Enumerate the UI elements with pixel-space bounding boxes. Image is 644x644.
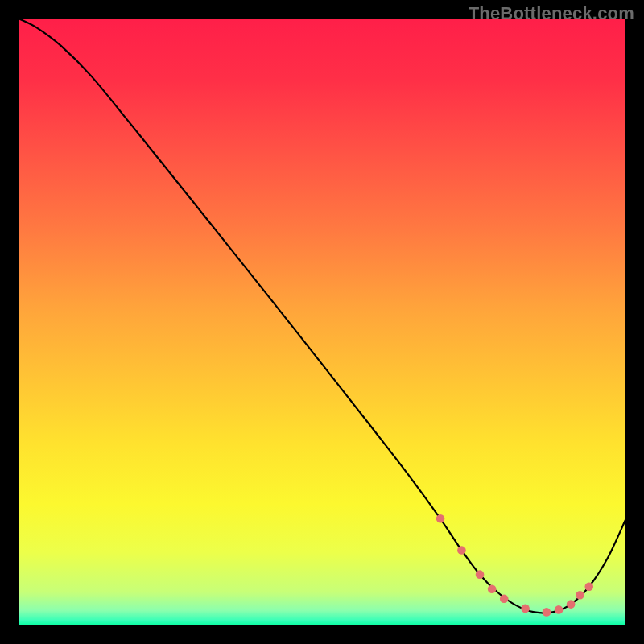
curve-dot <box>457 546 466 555</box>
curve-dot <box>555 605 564 614</box>
curve-dot <box>576 591 584 600</box>
curve-dot <box>500 595 509 604</box>
chart-frame: TheBottleneck.com <box>0 0 644 644</box>
curve-dot <box>567 600 576 609</box>
curve-dot <box>476 570 485 579</box>
curve-dot <box>521 605 530 613</box>
plot-area <box>19 19 625 625</box>
curve-dot <box>584 582 593 591</box>
curve-dots <box>436 514 593 617</box>
curve-dot <box>488 584 497 593</box>
curve-dot <box>436 514 445 523</box>
curve-layer <box>19 19 625 625</box>
curve-dot <box>543 608 551 617</box>
bottleneck-curve <box>19 19 625 613</box>
watermark-text: TheBottleneck.com <box>469 3 634 24</box>
